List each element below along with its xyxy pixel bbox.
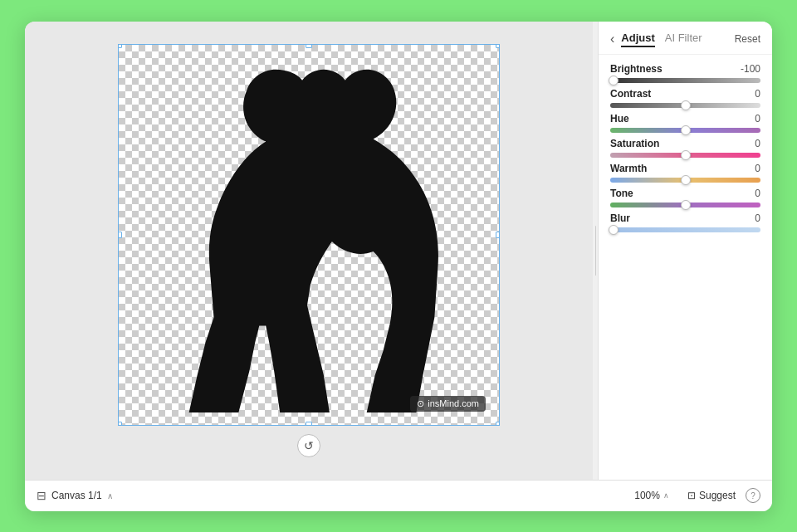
handle-tr[interactable]	[496, 44, 500, 48]
slider-label-row-tone: Tone0	[610, 188, 760, 199]
slider-thumb-blur[interactable]	[609, 225, 619, 235]
slider-value-blur: 0	[755, 212, 760, 224]
main-area: ⊙ insMind.com ↺ ‹ Adjust AI Filter Reset	[25, 22, 772, 480]
handle-mr[interactable]	[496, 232, 500, 238]
slider-track-blur[interactable]	[610, 227, 760, 232]
right-panel: ‹ Adjust AI Filter Reset Brightness-100C…	[598, 22, 772, 480]
slider-value-hue: 0	[755, 113, 760, 124]
slider-label-row-saturation: Saturation0	[610, 138, 760, 149]
slider-label-brightness: Brightness	[610, 63, 663, 75]
slider-label-row-brightness: Brightness-100	[610, 63, 760, 75]
handle-br[interactable]	[496, 422, 500, 426]
slider-label-contrast: Contrast	[610, 88, 651, 100]
slider-label-hue: Hue	[610, 113, 629, 124]
slider-row-warmth: Warmth0	[610, 163, 760, 183]
handle-tc[interactable]	[306, 44, 312, 48]
panel-header: ‹ Adjust AI Filter Reset	[599, 22, 772, 55]
slider-track-tone[interactable]	[610, 203, 760, 207]
slider-thumb-saturation[interactable]	[681, 150, 691, 160]
slider-label-row-warmth: Warmth0	[610, 163, 760, 174]
layers-icon: ⊟	[37, 489, 46, 502]
slider-row-tone: Tone0	[610, 188, 760, 207]
slider-value-tone: 0	[755, 188, 760, 199]
slider-value-brightness: -100	[741, 63, 760, 75]
app-window: ⊙ insMind.com ↺ ‹ Adjust AI Filter Reset	[25, 22, 772, 511]
zoom-chevron-icon: ∧	[663, 491, 669, 500]
slider-label-row-hue: Hue0	[610, 113, 760, 124]
slider-thumb-tone[interactable]	[681, 200, 691, 210]
handle-bl[interactable]	[118, 422, 122, 426]
slider-track-saturation[interactable]	[610, 153, 760, 158]
back-button[interactable]: ‹	[610, 32, 614, 46]
canvas-area: ⊙ insMind.com ↺	[25, 22, 593, 480]
handle-tl[interactable]	[118, 44, 122, 48]
suggest-label: Suggest	[699, 490, 736, 501]
zoom-value: 100%	[634, 490, 660, 501]
slider-thumb-brightness[interactable]	[609, 76, 619, 85]
handle-bc[interactable]	[306, 422, 312, 426]
slider-thumb-warmth[interactable]	[681, 175, 691, 185]
slider-label-tone: Tone	[610, 188, 633, 199]
slider-track-brightness[interactable]	[610, 78, 760, 83]
help-button[interactable]: ?	[746, 488, 760, 503]
reset-button[interactable]: Reset	[735, 33, 760, 45]
slider-row-blur: Blur0	[610, 212, 760, 232]
slider-label-row-contrast: Contrast0	[610, 88, 760, 100]
panel-tabs: Adjust AI Filter	[621, 32, 727, 47]
suggest-button[interactable]: ⊡ Suggest	[687, 490, 736, 501]
slider-row-hue: Hue0	[610, 113, 760, 133]
divider-line	[595, 226, 596, 276]
slider-thumb-contrast[interactable]	[681, 100, 691, 110]
slider-label-saturation: Saturation	[610, 138, 659, 149]
slider-track-hue[interactable]	[610, 128, 760, 133]
silhouette-image	[119, 45, 499, 425]
slider-row-contrast: Contrast0	[610, 88, 760, 108]
slider-value-contrast: 0	[755, 88, 760, 100]
watermark-icon: ⊙	[417, 398, 424, 409]
suggest-icon: ⊡	[687, 490, 696, 501]
bottom-bar: ⊟ Canvas 1/1 ∧ 100% ∧ ⊡ Suggest ?	[25, 480, 772, 511]
tab-ai-filter[interactable]: AI Filter	[665, 32, 702, 47]
canvas-chevron-icon: ∧	[107, 491, 113, 500]
slider-label-warmth: Warmth	[610, 163, 647, 174]
slider-label-blur: Blur	[610, 212, 630, 224]
watermark-text: insMind.com	[428, 398, 479, 408]
slider-value-saturation: 0	[755, 138, 760, 149]
sliders-container: Brightness-100Contrast0Hue0Saturation0Wa…	[599, 55, 772, 241]
refresh-button[interactable]: ↺	[297, 434, 320, 457]
slider-label-row-blur: Blur0	[610, 212, 760, 224]
slider-value-warmth: 0	[755, 163, 760, 174]
zoom-control: 100% ∧	[634, 490, 669, 501]
canvas-label: Canvas 1/1	[51, 490, 102, 501]
watermark: ⊙ insMind.com	[410, 396, 486, 412]
tab-adjust[interactable]: Adjust	[621, 32, 654, 47]
handle-ml[interactable]	[118, 232, 122, 238]
slider-thumb-hue[interactable]	[681, 125, 691, 135]
canvas-container: ⊙ insMind.com	[118, 44, 500, 426]
slider-row-brightness: Brightness-100	[610, 63, 760, 83]
slider-track-contrast[interactable]	[610, 103, 760, 108]
canvas-bottom: ↺	[297, 434, 320, 457]
slider-track-warmth[interactable]	[610, 178, 760, 183]
slider-row-saturation: Saturation0	[610, 138, 760, 158]
